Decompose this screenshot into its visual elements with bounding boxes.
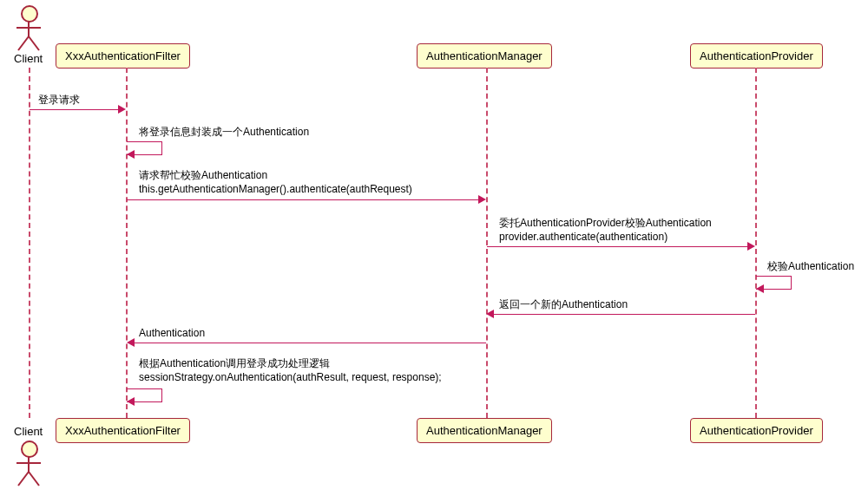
actor-label-top: Client <box>14 52 43 65</box>
lifeline-manager <box>486 68 488 418</box>
msg-validate-auth: 校验Authentication <box>767 260 854 274</box>
msg-success-handler: 根据Authentication调用登录成功处理逻辑 sessionStrate… <box>139 357 442 384</box>
msg-auth-back: Authentication <box>139 327 205 341</box>
participant-filter-top: XxxAuthenticationFilter <box>56 43 190 69</box>
arrowhead-m7 <box>127 338 135 347</box>
participant-filter-bottom: XxxAuthenticationFilter <box>56 418 190 443</box>
arrow-m4 <box>487 246 749 247</box>
svg-line-3 <box>29 36 39 50</box>
arrow-m3 <box>127 199 480 200</box>
arrow-m1 <box>30 109 120 110</box>
msg-delegate-line2: provider.authenticate(authentication) <box>499 231 667 243</box>
participant-manager-top: AuthenticationManager <box>417 43 552 69</box>
msg-success-line1: 根据Authentication调用登录成功处理逻辑 <box>139 357 330 369</box>
arrowhead-m1 <box>118 105 126 114</box>
msg-request-validate-line2: this.getAuthenticationManager().authenti… <box>139 183 412 195</box>
msg-login-request: 登录请求 <box>38 94 80 108</box>
svg-line-7 <box>29 472 39 486</box>
lifeline-provider <box>755 68 757 418</box>
msg-delegate-line1: 委托AuthenticationProvider校验Authentication <box>499 217 712 229</box>
msg-request-validate: 请求帮忙校验Authentication this.getAuthenticat… <box>139 169 412 196</box>
participant-provider-top: AuthenticationProvider <box>690 43 823 69</box>
msg-return-auth: 返回一个新的Authentication <box>499 298 628 312</box>
msg-request-validate-line1: 请求帮忙校验Authentication <box>139 169 267 181</box>
actor-body-bottom <box>15 454 43 487</box>
arrowhead-m4 <box>747 242 755 251</box>
arrowhead-m3 <box>478 195 486 204</box>
arrowhead-m2 <box>127 150 135 159</box>
svg-line-6 <box>18 472 29 486</box>
lifeline-filter <box>126 68 128 418</box>
participant-provider-bottom: AuthenticationProvider <box>690 418 823 443</box>
actor-body-top <box>15 19 43 52</box>
svg-line-2 <box>18 36 29 50</box>
participant-manager-bottom: AuthenticationManager <box>417 418 552 443</box>
arrow-m7 <box>134 343 486 343</box>
arrowhead-m5 <box>756 284 764 293</box>
sequence-diagram: Client XxxAuthenticationFilter Authentic… <box>0 0 868 496</box>
actor-label-bottom: Client <box>14 425 43 438</box>
lifeline-client <box>29 68 30 418</box>
msg-success-line2: sessionStrategy.onAuthentication(authRes… <box>139 371 442 383</box>
msg-wrap-auth: 将登录信息封装成一个Authentication <box>139 126 309 140</box>
msg-delegate-provider: 委托AuthenticationProvider校验Authentication… <box>499 217 712 244</box>
arrowhead-m6 <box>486 310 494 318</box>
arrowhead-m8 <box>127 397 135 406</box>
arrow-m6 <box>493 314 755 315</box>
